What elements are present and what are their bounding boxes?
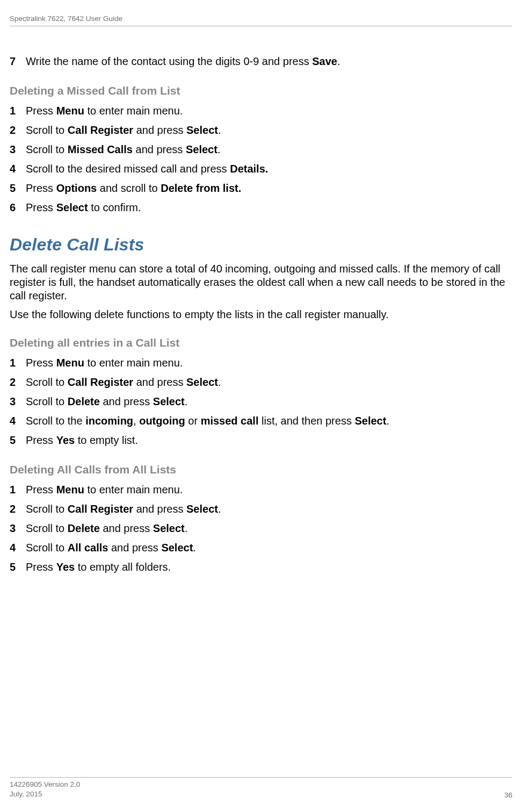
text-segment: . bbox=[185, 522, 188, 534]
subsection-heading-delete-missed: Deleting a Missed Call from List bbox=[10, 84, 512, 97]
step-text: Press Yes to empty list. bbox=[26, 432, 512, 448]
step-text: Scroll to Call Register and press Select… bbox=[26, 501, 512, 517]
text-segment: and press bbox=[100, 396, 153, 407]
bold-term: incoming bbox=[85, 415, 133, 427]
step-number: 2 bbox=[10, 501, 26, 517]
step-number: 4 bbox=[10, 161, 26, 177]
bold-term: Yes bbox=[56, 434, 75, 446]
bold-term: Menu bbox=[56, 105, 84, 117]
bold-term: All calls bbox=[68, 542, 108, 554]
text-segment: Scroll to the bbox=[26, 415, 85, 427]
intro-step: 7 Write the name of the contact using th… bbox=[10, 53, 512, 69]
bold-term: Call Register bbox=[68, 124, 133, 136]
page-content: 7 Write the name of the contact using th… bbox=[10, 53, 512, 575]
list-item: 2 Scroll to Call Register and press Sele… bbox=[10, 374, 512, 390]
text-segment: to enter main menu. bbox=[84, 105, 183, 117]
bold-term: Details. bbox=[230, 163, 268, 175]
bold-term: Missed Calls bbox=[68, 143, 133, 155]
text-segment: Scroll to bbox=[26, 376, 68, 388]
text-segment: and scroll to bbox=[97, 182, 161, 194]
step-text: Press Menu to enter main menu. bbox=[26, 103, 512, 119]
text-segment: to empty all folders. bbox=[75, 561, 171, 573]
footer-date: July, 2015 bbox=[10, 789, 80, 799]
text-segment: to enter main menu. bbox=[84, 484, 183, 495]
text-segment: and press bbox=[133, 376, 186, 388]
step-number: 1 bbox=[10, 103, 26, 119]
text-segment: Press bbox=[26, 484, 56, 495]
text-segment: Scroll to bbox=[26, 143, 68, 155]
step-number: 5 bbox=[10, 559, 26, 575]
list-item: 4 Scroll to the incoming, outgoing or mi… bbox=[10, 413, 512, 429]
bold-term: Select bbox=[153, 522, 185, 534]
page-number: 36 bbox=[504, 791, 512, 799]
bold-term: missed call bbox=[201, 415, 259, 427]
bold-term: Save bbox=[312, 55, 337, 67]
footer-row: 14226905 Version 2.0 July, 2015 36 bbox=[10, 780, 512, 799]
bold-term: Select bbox=[354, 415, 386, 427]
step-number: 2 bbox=[10, 122, 26, 138]
step-number: 1 bbox=[10, 482, 26, 498]
list-item: 5 Press Yes to empty all folders. bbox=[10, 559, 512, 575]
subsection-heading-delete-all-entries: Deleting all entries in a Call List bbox=[10, 336, 512, 349]
step-number: 6 bbox=[10, 199, 26, 215]
paragraph: The call register menu can store a total… bbox=[10, 262, 512, 303]
text-segment: . bbox=[337, 55, 340, 67]
text-segment: , bbox=[133, 415, 139, 427]
bold-term: Delete bbox=[68, 396, 100, 407]
list-item: 1 Press Menu to enter main menu. bbox=[10, 355, 512, 371]
step-text: Scroll to Call Register and press Select… bbox=[26, 374, 512, 390]
step-text: Press Yes to empty all folders. bbox=[26, 559, 512, 575]
text-segment: to enter main menu. bbox=[84, 357, 183, 369]
text-segment: list, and then press bbox=[258, 415, 354, 427]
bold-term: Menu bbox=[56, 357, 84, 369]
text-segment: Press bbox=[26, 202, 56, 213]
text-segment: . bbox=[218, 143, 221, 155]
text-segment: and press bbox=[133, 503, 186, 515]
step-number: 1 bbox=[10, 355, 26, 371]
step-number: 3 bbox=[10, 520, 26, 536]
page-footer: 14226905 Version 2.0 July, 2015 36 bbox=[10, 777, 512, 799]
footer-rule bbox=[10, 777, 512, 778]
text-segment: Scroll to bbox=[26, 396, 68, 407]
header-title: Spectralink 7622, 7642 User Guide bbox=[10, 15, 512, 23]
step-number: 7 bbox=[10, 53, 26, 69]
step-text: Scroll to Delete and press Select. bbox=[26, 393, 512, 409]
step-text: Scroll to All calls and press Select. bbox=[26, 540, 512, 556]
step-text: Scroll to the desired missed call and pr… bbox=[26, 161, 512, 177]
bold-term: Call Register bbox=[68, 376, 133, 388]
text-segment: . bbox=[218, 503, 221, 515]
section-heading-delete-call-lists: Delete Call Lists bbox=[10, 235, 512, 255]
bold-term: Select bbox=[153, 396, 185, 407]
bold-term: Select bbox=[56, 202, 88, 213]
footer-left: 14226905 Version 2.0 July, 2015 bbox=[10, 780, 80, 799]
text-segment: Press bbox=[26, 357, 56, 369]
list-item: 1 Press Menu to enter main menu. bbox=[10, 103, 512, 119]
bold-term: outgoing bbox=[139, 415, 185, 427]
text-segment: . bbox=[386, 415, 389, 427]
step-text: Scroll to Delete and press Select. bbox=[26, 520, 512, 536]
bold-term: Call Register bbox=[68, 503, 133, 515]
text-segment: and press bbox=[100, 522, 153, 534]
bold-term: Select bbox=[186, 143, 218, 155]
text-segment: . bbox=[185, 396, 188, 407]
text-segment: Press bbox=[26, 434, 56, 446]
bold-term: Menu bbox=[56, 484, 84, 495]
text-segment: to empty list. bbox=[75, 434, 138, 446]
step-text: Press Menu to enter main menu. bbox=[26, 355, 512, 371]
paragraph: Use the following delete functions to em… bbox=[10, 308, 512, 321]
text-segment: Scroll to bbox=[26, 124, 68, 136]
step-number: 5 bbox=[10, 180, 26, 196]
step-text: Scroll to Missed Calls and press Select. bbox=[26, 141, 512, 157]
text-segment: Press bbox=[26, 182, 56, 194]
bold-term: Select bbox=[186, 124, 218, 136]
bold-term: Delete from list. bbox=[161, 182, 241, 194]
step-number: 3 bbox=[10, 141, 26, 157]
text-segment: Scroll to bbox=[26, 542, 68, 554]
header-rule bbox=[10, 26, 512, 26]
text-segment: Write the name of the contact using the … bbox=[26, 55, 312, 67]
list-item: 3 Scroll to Missed Calls and press Selec… bbox=[10, 141, 512, 157]
bold-term: Select bbox=[161, 542, 193, 554]
text-segment: Scroll to bbox=[26, 503, 68, 515]
step-text: Scroll to the incoming, outgoing or miss… bbox=[26, 413, 512, 429]
list-item: 4 Scroll to All calls and press Select. bbox=[10, 540, 512, 556]
